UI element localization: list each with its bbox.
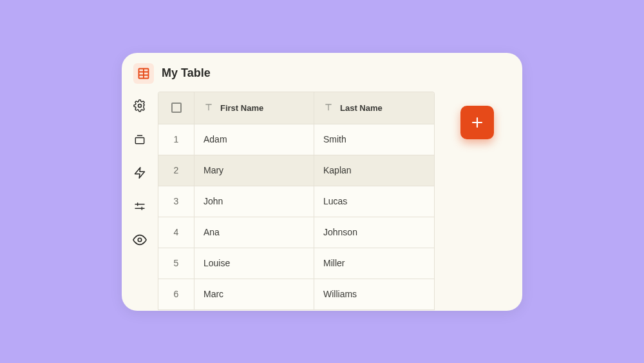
table-row[interactable]: 6MarcWilliams [158,279,434,310]
text-type-icon [204,102,214,114]
row-index: 3 [158,186,194,217]
cell-last-name[interactable]: Williams [314,279,434,309]
cell-first-name[interactable]: Ana [194,217,314,248]
cell-first-name[interactable]: Louise [194,248,314,279]
sidebar-automation[interactable] [132,165,147,181]
row-index: 6 [158,279,194,309]
plus-icon [469,115,485,130]
sidebar [122,92,158,311]
cell-first-name[interactable]: Mary [194,155,314,186]
sidebar-layout[interactable] [132,132,147,147]
sidebar-filters[interactable] [132,199,147,214]
svg-rect-5 [135,137,144,143]
eye-icon [133,233,147,247]
sidebar-settings[interactable] [132,98,147,113]
text-type-icon [323,102,334,114]
cell-last-name[interactable]: Miller [314,248,434,279]
column-header-last-name[interactable]: Last Name [314,92,434,124]
row-index: 2 [158,155,194,186]
column-label: Last Name [340,103,383,113]
add-button[interactable] [460,106,494,139]
table-row[interactable]: 5LouiseMiller [158,248,434,279]
column-label: First Name [220,103,263,113]
sliders-icon [133,200,146,213]
table-row[interactable]: 3JohnLucas [158,186,434,217]
svg-point-12 [138,238,142,242]
table-row[interactable]: 1AdamSmith [158,124,434,155]
svg-marker-7 [135,167,145,178]
cell-last-name[interactable]: Kaplan [314,155,434,186]
cell-last-name[interactable]: Johnson [314,217,434,248]
select-all-checkbox[interactable] [171,103,182,113]
column-header-first-name[interactable]: First Name [194,92,314,124]
gear-icon [133,99,146,112]
widget-body: First Name Last Name 1AdamSmith2MaryKapl… [122,92,522,311]
table-row[interactable]: 2MaryKaplan [158,155,434,186]
stack-icon [133,133,146,146]
cell-last-name[interactable]: Smith [314,124,434,155]
bolt-icon [133,166,146,179]
widget-title: My Table [162,66,211,80]
table-row[interactable]: 4AnaJohnson [158,217,434,248]
table-icon [133,63,154,84]
table-area: First Name Last Name 1AdamSmith2MaryKapl… [158,92,522,311]
cell-first-name[interactable]: Adam [194,124,314,155]
cell-first-name[interactable]: Marc [194,279,314,309]
data-table: First Name Last Name 1AdamSmith2MaryKapl… [158,92,435,310]
widget-header: My Table [122,53,522,92]
row-index: 4 [158,217,194,248]
sidebar-visibility[interactable] [132,232,147,248]
table-header-row: First Name Last Name [158,92,434,124]
cell-first-name[interactable]: John [194,186,314,217]
row-index: 1 [158,124,194,155]
select-all-cell [158,92,194,124]
svg-point-4 [138,104,142,107]
row-index: 5 [158,248,194,279]
cell-last-name[interactable]: Lucas [314,186,434,217]
table-widget: My Table [122,53,522,311]
